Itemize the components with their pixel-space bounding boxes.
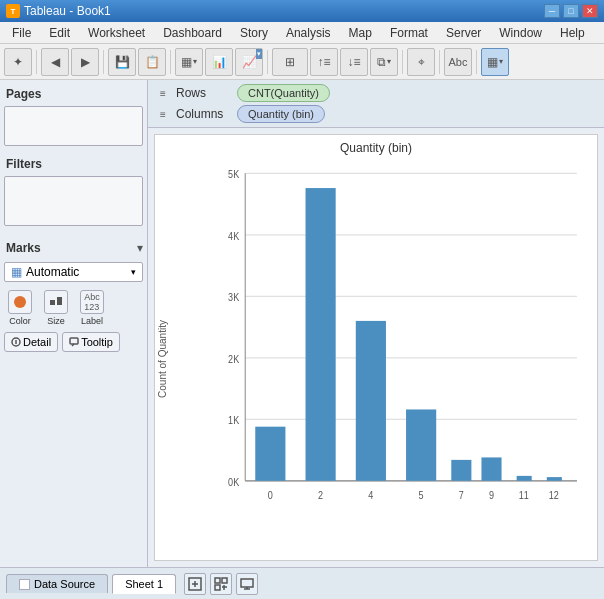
columns-shelf: ≡ Columns Quantity (bin): [156, 105, 596, 123]
bar-1[interactable]: [306, 188, 336, 481]
left-panel: Pages Filters Marks ▾ ▦ Automatic ▾: [0, 80, 148, 567]
bar-6[interactable]: [517, 476, 532, 481]
data-source-tab[interactable]: Data Source: [6, 574, 108, 593]
bar-2[interactable]: [356, 321, 386, 481]
rows-pill[interactable]: CNT(Quantity): [237, 84, 330, 102]
svg-rect-37: [241, 579, 253, 587]
bar-5[interactable]: [481, 457, 501, 480]
chart-grid-icon: ▦: [487, 55, 498, 69]
svg-rect-34: [215, 585, 220, 590]
new-dashboard-svg: [214, 577, 228, 591]
filters-section: Filters: [4, 154, 143, 226]
marks-icons-row: Color Size Abc123 Label: [4, 288, 143, 328]
svg-text:5: 5: [419, 489, 424, 501]
bar-0[interactable]: [255, 427, 285, 481]
marks-collapse-icon[interactable]: ▾: [137, 241, 143, 255]
menu-format[interactable]: Format: [382, 24, 436, 42]
color-icon: [8, 290, 32, 314]
label-icon: Abc123: [80, 290, 104, 314]
size-label: Size: [47, 316, 65, 326]
menu-dashboard[interactable]: Dashboard: [155, 24, 230, 42]
menu-edit[interactable]: Edit: [41, 24, 78, 42]
bar-4[interactable]: [451, 460, 471, 481]
detail-mark-button[interactable]: Detail: [4, 332, 58, 352]
new-datasource-button[interactable]: 📋: [138, 48, 166, 76]
tooltip-icon: [69, 337, 79, 347]
sheet1-tab[interactable]: Sheet 1: [112, 574, 176, 594]
svg-rect-2: [57, 297, 62, 305]
lasso-button[interactable]: ⌖: [407, 48, 435, 76]
data-source-tab-label: Data Source: [34, 578, 95, 590]
sort-asc-button[interactable]: ↑≡: [310, 48, 338, 76]
size-mark-button[interactable]: Size: [40, 288, 72, 328]
sort-desc-button[interactable]: ↓≡: [340, 48, 368, 76]
tooltip-label: Tooltip: [81, 336, 113, 348]
menu-map[interactable]: Map: [341, 24, 380, 42]
marks-cards-row: Detail Tooltip: [4, 332, 143, 352]
columns-shelf-label: Columns: [176, 107, 231, 121]
forward-button[interactable]: ▶: [71, 48, 99, 76]
chart-area: ≡ Rows CNT(Quantity) ≡ Columns Quantity …: [148, 80, 604, 567]
title-bar-left: T Tableau - Book1: [6, 4, 111, 18]
chart-svg: 5K 4K 3K 2K 1K 0K 0 2: [205, 161, 587, 530]
svg-rect-5: [70, 338, 78, 344]
color-mark-button[interactable]: Color: [4, 288, 36, 328]
window-title: Tableau - Book1: [24, 4, 111, 18]
bar-chart-icon: ▦: [181, 55, 192, 69]
size-icon: [44, 290, 68, 314]
minimize-button[interactable]: ─: [544, 4, 560, 18]
text-button[interactable]: Abc: [444, 48, 472, 76]
menu-help[interactable]: Help: [552, 24, 593, 42]
svg-text:5K: 5K: [228, 168, 239, 180]
filters-box: [4, 176, 143, 226]
toolbar-separator-6: [439, 50, 440, 74]
maximize-button[interactable]: □: [563, 4, 579, 18]
data-source-checkbox: [19, 579, 30, 590]
close-button[interactable]: ✕: [582, 4, 598, 18]
tooltip-mark-button[interactable]: Tooltip: [62, 332, 120, 352]
menu-server[interactable]: Server: [438, 24, 489, 42]
group-button[interactable]: ⧉ ▾: [370, 48, 398, 76]
menu-analysis[interactable]: Analysis: [278, 24, 339, 42]
svg-text:9: 9: [489, 489, 494, 501]
label-mark-button[interactable]: Abc123 Label: [76, 288, 108, 328]
rows-shelf: ≡ Rows CNT(Quantity): [156, 84, 596, 102]
toolbar-separator-7: [476, 50, 477, 74]
show-me-panel-button[interactable]: ▦ ▾: [481, 48, 509, 76]
chart-inner: Count of Quantity 5K 4K 3K 2K 1K 0K: [155, 157, 597, 560]
svg-text:0K: 0K: [228, 476, 239, 488]
menu-bar: File Edit Worksheet Dashboard Story Anal…: [0, 22, 604, 44]
menu-story[interactable]: Story: [232, 24, 276, 42]
marks-dropdown-chevron: ▾: [131, 267, 136, 277]
save-button[interactable]: 💾: [108, 48, 136, 76]
svg-text:7: 7: [459, 489, 464, 501]
bar-3[interactable]: [406, 409, 436, 480]
cluster-button[interactable]: ⊞: [272, 48, 308, 76]
show-me-button[interactable]: ▦ ▾: [175, 48, 203, 76]
new-dashboard-icon[interactable]: [210, 573, 232, 595]
toolbar: ✦ ◀ ▶ 💾 📋 ▦ ▾ 📊 📈 ▾ ⊞ ↑≡ ↓≡ ⧉ ▾ ⌖ Abc ▦ …: [0, 44, 604, 80]
chart-icon: 📈: [242, 55, 257, 69]
menu-file[interactable]: File: [4, 24, 39, 42]
svg-text:4: 4: [368, 489, 373, 501]
main-area: Pages Filters Marks ▾ ▦ Automatic ▾: [0, 80, 604, 567]
menu-window[interactable]: Window: [491, 24, 550, 42]
new-sheet-icon[interactable]: [184, 573, 206, 595]
filters-label: Filters: [4, 154, 143, 174]
svg-text:1K: 1K: [228, 414, 239, 426]
chart-type-1[interactable]: 📊: [205, 48, 233, 76]
marks-type-dropdown[interactable]: ▦ Automatic ▾: [4, 262, 143, 282]
new-button[interactable]: ✦: [4, 48, 32, 76]
window-controls[interactable]: ─ □ ✕: [544, 4, 598, 18]
title-bar: T Tableau - Book1 ─ □ ✕: [0, 0, 604, 22]
pages-box: [4, 106, 143, 146]
marks-header: Marks ▾: [4, 238, 143, 258]
rows-shelf-label: Rows: [176, 86, 231, 100]
columns-pill[interactable]: Quantity (bin): [237, 105, 325, 123]
new-story-icon[interactable]: [236, 573, 258, 595]
color-label: Color: [9, 316, 31, 326]
bar-7[interactable]: [547, 477, 562, 481]
back-button[interactable]: ◀: [41, 48, 69, 76]
menu-worksheet[interactable]: Worksheet: [80, 24, 153, 42]
chart-type-2[interactable]: 📈 ▾: [235, 48, 263, 76]
